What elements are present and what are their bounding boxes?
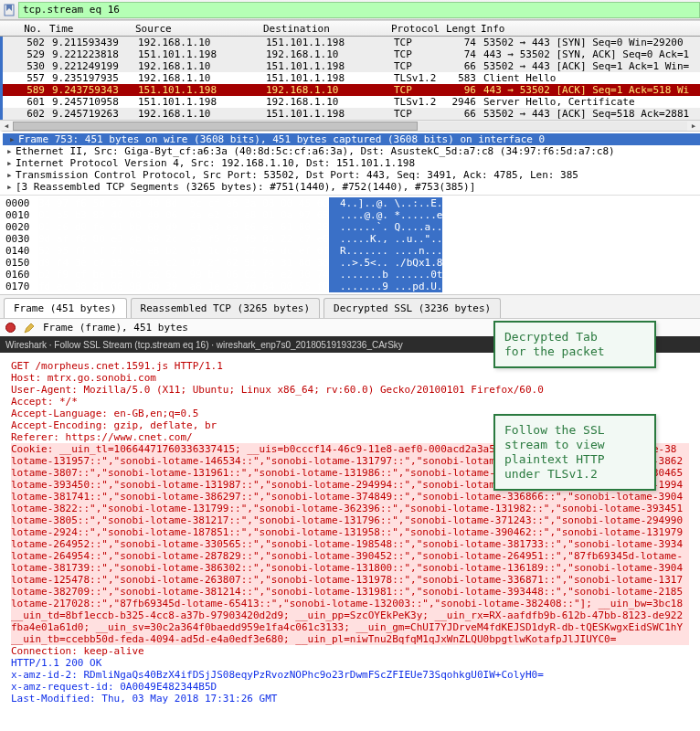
stream-line: HTTP/1.1 200 OK [11,657,689,669]
col-destination[interactable]: Destination [260,23,387,35]
packet-list-header: No. Time Source Destination Protocol Len… [0,20,700,37]
packet-row[interactable]: 6019.245710958151.101.1.198192.168.1.10T… [3,96,700,108]
edit-icon[interactable] [23,322,36,334]
byte-view-tabs: Frame (451 bytes) Reassembled TCP (3265 … [0,294,700,318]
tab-reassembled-tcp[interactable]: Reassembled TCP (3265 bytes) [131,298,320,318]
hex-row[interactable]: 00309d af f6 88 e3 4b b6 2c c2 f5 75 f9 … [5,233,695,245]
packet-row[interactable]: 5899.243759343151.101.1.198192.168.1.10T… [3,84,700,96]
tree-row[interactable]: ▸Ethernet II, Src: Giga-Byt_cf:a6:3a (40… [3,145,700,157]
packet-row[interactable]: 6029.245719263192.168.1.10151.101.1.198T… [3,108,700,120]
tab-frame[interactable]: Frame (451 bytes) [4,298,127,318]
status-text: Frame (frame), 451 bytes [43,322,188,334]
col-time[interactable]: Time [46,23,132,35]
stream-line: lotame-381739::","sonobi-lotame-386302::… [11,562,689,574]
packet-list-hscroll[interactable]: ◂ ▸ [0,120,700,131]
bookmark-icon[interactable] [0,1,18,19]
annotation-decrypted-tab: Decrypted Tab for the packet [493,321,656,368]
expand-icon[interactable]: ▸ [6,157,16,169]
stream-line: lotame-217028::","87fb69345d-lotame-6541… [11,598,689,609]
hex-row[interactable]: 002001 c6 d0 fe 01 bb 60 d9 51 a3 ea b6 … [5,221,695,233]
stream-line: x-amz-id-2: RDmliNgaQs40BzX4ifDSjJS08eqy… [11,669,689,681]
packet-row[interactable]: 5309.221249199192.168.1.10151.101.1.198T… [3,60,700,72]
tree-row[interactable]: ▸Frame 753: 451 bytes on wire (3608 bits… [3,133,700,145]
hex-row[interactable]: 000034 97 f6 5d a7 c8 40 8d 5c cf a6 3a … [5,197,695,209]
stream-line: x-amz-request-id: 0A0049E482344B5D [11,681,689,693]
stream-line: lotame-2924::","sonobi-lotame-187851::",… [11,526,689,538]
hex-row[interactable]: 0160b2 f9 cf be b5 f0 c2 62 99 bf 06 02 … [5,269,695,281]
stream-line: __uin_td=8bf1eccb-b325-4cc8-a37b-9790342… [11,609,689,621]
stream-line: __uin_tb=ccebb50d-feda-4094-ad5d-e4a0edf… [11,633,689,645]
annotation-follow-ssl: Follow the SSL stream to view plaintext … [493,414,656,491]
stream-line: Connection: keep-alive [11,645,689,657]
packet-row[interactable]: 5299.221223818151.101.1.198192.168.1.10T… [3,48,700,60]
display-filter-input[interactable] [18,2,700,18]
col-no[interactable]: No. [0,23,46,35]
packet-details-tree[interactable]: ▸Frame 753: 451 bytes on wire (3608 bits… [0,131,700,195]
stream-line: Last-Modified: Thu, 03 May 2018 17:31:26… [11,693,689,705]
stream-line: User-Agent: Mozilla/5.0 (X11; Ubuntu; Li… [11,384,689,396]
expand-icon[interactable]: ▸ [9,133,18,145]
hex-row[interactable]: 014052 95 ff cf 7f 0e e8 b2 01 1c 09 a7 … [5,245,695,257]
follow-stream-content[interactable]: GET /morpheus.cnet.1591.js HTTP/1.1Host:… [0,353,700,712]
stream-line: Host: mtrx.go.sonobi.com [11,372,689,384]
tree-row[interactable]: ▸Transmission Control Protocol, Src Port… [3,169,700,181]
expand-icon[interactable]: ▸ [6,145,16,157]
stream-line: lotame-3822::","sonobi-lotame-131799::",… [11,503,689,514]
stream-line: lotame-381741::","sonobi-lotame-386297::… [11,491,689,503]
tab-decrypted-ssl[interactable]: Decrypted SSL (3236 bytes) [323,298,501,318]
scroll-left-icon[interactable]: ◂ [0,121,13,132]
stream-line: lotame-264954::","sonobi-lotame-287829::… [11,550,689,562]
packet-list[interactable]: 5029.211593439192.168.1.10151.101.1.198T… [0,37,700,120]
tree-row[interactable]: ▸[3 Reassembled TCP Segments (3265 bytes… [3,181,700,193]
packet-row[interactable]: 5579.235197935192.168.1.10151.101.1.198T… [3,72,700,84]
stream-line: Accept: */* [11,396,689,408]
col-length[interactable]: Length [442,23,477,35]
filter-bar [0,0,700,20]
tree-row[interactable]: ▸Internet Protocol Version 4, Src: 192.1… [3,157,700,169]
scroll-track[interactable] [13,122,687,131]
expert-info-icon[interactable] [5,323,16,333]
stream-line: lotame-3805::","sonobi-lotame-381217::",… [11,514,689,526]
col-protocol[interactable]: Protocol [387,23,442,35]
stream-line: fba4e01a61d0; __uin_sv=30c2a364f0baedd95… [11,621,689,633]
stream-line: lotame-125478::","sonobi-lotame-263807::… [11,574,689,586]
follow-stream-title: Wireshark · Follow SSL Stream (tcp.strea… [5,340,403,350]
packet-row[interactable]: 5029.211593439192.168.1.10151.101.1.198T… [3,37,700,48]
scroll-thumb[interactable] [13,122,418,131]
expand-icon[interactable]: ▸ [6,169,16,181]
col-info[interactable]: Info [477,23,700,35]
packet-bytes-hex[interactable]: 000034 97 f6 5d a7 c8 40 8d 5c cf a6 3a … [0,195,700,294]
stream-line: lotame-264952::","sonobi-lotame-330565::… [11,538,689,550]
scroll-right-icon[interactable]: ▸ [687,121,700,132]
expand-icon[interactable]: ▸ [6,181,16,193]
hex-row[interactable]: 0150d9 f4 3e c7 35 3c ea c2 17 2f 62 51 … [5,257,695,269]
hex-row[interactable]: 001001 b5 b3 83 40 00 40 06 2a e2 c0 a8 … [5,209,695,221]
hex-row[interactable]: 0170fd ec 98 81 06 98 00 39 a8 1e c9 70 … [5,281,695,292]
col-source[interactable]: Source [132,23,260,35]
stream-line: lotame-382709::","sonobi-lotame-381214::… [11,586,689,598]
